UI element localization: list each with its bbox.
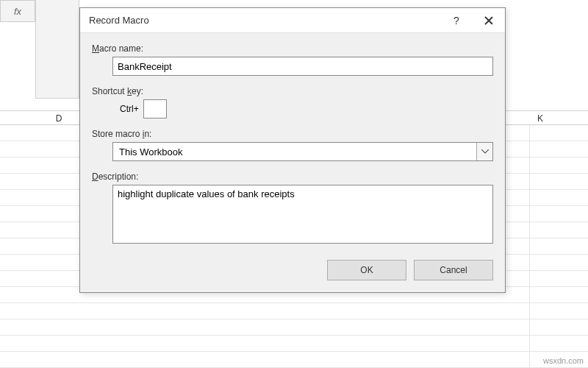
- label-text: Store macro: [92, 129, 143, 139]
- store-macro-label: Store macro in:: [92, 129, 493, 139]
- dialog-body: Macro name: Shortcut key: Ctrl+ Store ma…: [80, 33, 505, 292]
- label-text: ey:: [132, 86, 143, 96]
- description-label: Description:: [92, 171, 493, 182]
- record-macro-dialog: Record Macro ? Macro name: Shortcut key:…: [79, 7, 506, 293]
- label-text: n:: [144, 129, 151, 139]
- label-mnemonic: M: [92, 43, 99, 54]
- label-text: Shortcut: [92, 86, 127, 96]
- formula-bar-fx[interactable]: fx: [0, 0, 35, 22]
- macro-name-label: Macro name:: [92, 43, 493, 54]
- close-button[interactable]: [473, 8, 505, 33]
- store-macro-select[interactable]: This Workbook: [112, 142, 493, 161]
- description-textarea[interactable]: [112, 185, 493, 244]
- dialog-button-row: OK Cancel: [92, 260, 493, 280]
- chevron-down-icon: [476, 143, 492, 160]
- help-button[interactable]: ?: [440, 8, 473, 33]
- watermark: wsxdn.com: [543, 356, 584, 365]
- ctrl-prefix-label: Ctrl+: [120, 104, 139, 114]
- shortcut-key-input[interactable]: [143, 99, 167, 118]
- ok-button[interactable]: OK: [327, 260, 406, 280]
- label-text: escription:: [98, 171, 139, 182]
- shortcut-key-label: Shortcut key:: [92, 86, 493, 96]
- ribbon-panel-fragment: [35, 0, 79, 99]
- macro-name-input[interactable]: [112, 57, 493, 76]
- store-macro-value: This Workbook: [119, 146, 182, 158]
- label-text: acro name:: [99, 43, 143, 54]
- close-icon: [484, 16, 493, 25]
- dialog-title: Record Macro: [89, 15, 440, 26]
- cancel-button[interactable]: Cancel: [414, 260, 493, 280]
- label-mnemonic: D: [92, 171, 98, 182]
- dialog-titlebar[interactable]: Record Macro ?: [80, 8, 505, 33]
- column-header-k[interactable]: K: [503, 111, 577, 126]
